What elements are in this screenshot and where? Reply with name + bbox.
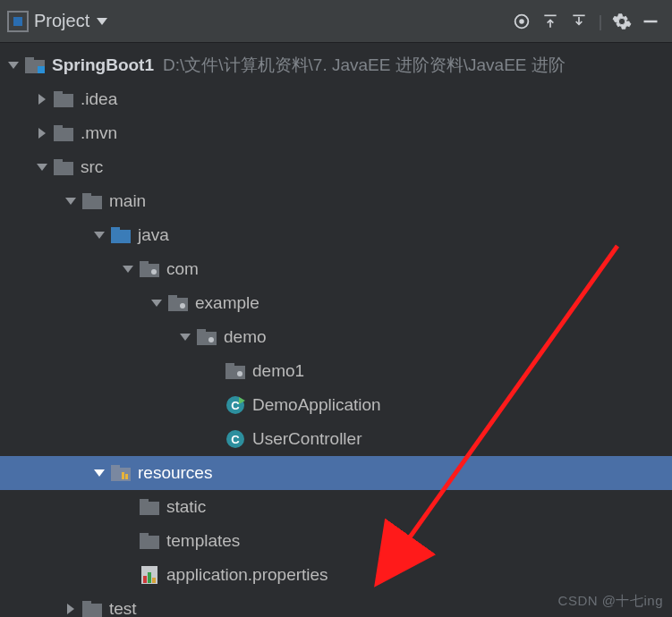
project-toolbar: Project | — [0, 0, 672, 43]
module-icon — [23, 57, 47, 73]
project-view-icon[interactable] — [7, 11, 29, 32]
item-label: java — [138, 225, 169, 245]
svg-marker-11 — [38, 94, 46, 105]
project-path: D:\文件\计算机资料\7. JavaEE 进阶资料\JavaEE 进阶 — [163, 54, 566, 77]
svg-text:C: C — [231, 399, 240, 412]
tree-item-java[interactable]: java — [0, 218, 672, 252]
svg-marker-14 — [38, 128, 46, 139]
svg-marker-59 — [67, 604, 74, 614]
item-label: main — [109, 191, 146, 211]
class-runnable-icon: C — [224, 395, 247, 415]
tree-item-templates[interactable]: templates — [0, 524, 672, 558]
resource-folder-icon — [109, 465, 132, 481]
svg-rect-9 — [25, 57, 34, 62]
svg-rect-58 — [152, 578, 156, 583]
svg-rect-39 — [225, 363, 234, 368]
select-opened-file-icon[interactable] — [507, 7, 536, 36]
svg-rect-38 — [225, 366, 245, 379]
folder-icon — [52, 159, 75, 175]
tree-item-application-properties[interactable]: application.properties — [0, 558, 672, 592]
svg-rect-61 — [82, 601, 91, 605]
chevron-down-icon[interactable] — [63, 195, 79, 207]
tree-item-idea[interactable]: .idea — [0, 82, 672, 116]
project-name: SpringBoot1 — [52, 55, 154, 75]
project-tree[interactable]: SpringBoot1 D:\文件\计算机资料\7. JavaEE 进阶资料\J… — [0, 43, 672, 617]
item-label: resources — [138, 463, 212, 483]
item-label: templates — [166, 531, 240, 551]
tree-item-resources[interactable]: resources — [0, 456, 672, 490]
svg-point-33 — [180, 303, 185, 308]
svg-rect-22 — [82, 193, 91, 198]
chevron-down-icon[interactable] — [91, 467, 107, 479]
svg-rect-53 — [140, 536, 159, 549]
chevron-down-icon[interactable] — [5, 59, 21, 72]
svg-marker-30 — [151, 300, 162, 307]
hide-icon[interactable] — [636, 7, 665, 36]
toolbar-title: Project — [34, 11, 89, 31]
package-icon — [138, 261, 161, 277]
project-dropdown[interactable]: Project — [34, 11, 107, 31]
tree-item-demo[interactable]: demo — [0, 320, 672, 354]
source-folder-icon — [109, 227, 132, 243]
watermark: CSDN @十七ing — [558, 593, 663, 610]
chevron-right-icon[interactable] — [34, 127, 50, 139]
chevron-down-icon — [97, 18, 107, 25]
chevron-down-icon[interactable] — [91, 229, 107, 241]
folder-icon — [52, 91, 75, 107]
tree-item-mvn[interactable]: .mvn — [0, 116, 672, 150]
svg-rect-50 — [125, 474, 128, 479]
svg-rect-18 — [54, 162, 73, 175]
svg-rect-10 — [38, 66, 45, 73]
svg-marker-26 — [123, 266, 133, 273]
folder-icon — [138, 533, 161, 549]
project-root[interactable]: SpringBoot1 D:\文件\计算机资料\7. JavaEE 进阶资料\J… — [0, 48, 672, 82]
tree-item-static[interactable]: static — [0, 490, 672, 524]
package-icon — [224, 363, 247, 379]
svg-rect-27 — [140, 264, 159, 277]
tree-item-com[interactable]: com — [0, 252, 672, 286]
collapse-all-icon[interactable] — [565, 7, 593, 36]
chevron-down-icon[interactable] — [34, 161, 50, 173]
settings-icon[interactable] — [608, 7, 636, 36]
svg-rect-54 — [140, 533, 149, 537]
svg-rect-35 — [197, 332, 217, 345]
svg-rect-56 — [143, 576, 147, 583]
item-label: DemoApplication — [252, 395, 381, 415]
folder-icon — [138, 499, 161, 515]
tree-item-main[interactable]: main — [0, 184, 672, 218]
expand-all-icon[interactable] — [536, 7, 565, 36]
svg-point-40 — [237, 371, 242, 376]
svg-marker-23 — [94, 232, 105, 239]
svg-rect-52 — [140, 499, 149, 503]
tree-item-demo1[interactable]: demo1 — [0, 354, 672, 388]
svg-rect-60 — [82, 604, 102, 617]
svg-marker-34 — [180, 334, 191, 341]
svg-marker-20 — [65, 198, 76, 205]
item-label: example — [195, 293, 259, 313]
settings-separator: | — [593, 7, 608, 36]
svg-rect-25 — [111, 227, 120, 232]
item-label: application.properties — [166, 565, 328, 585]
chevron-down-icon[interactable] — [149, 297, 165, 309]
chevron-right-icon[interactable] — [63, 603, 79, 615]
tree-item-user-controller[interactable]: C UserController — [0, 422, 672, 456]
class-icon: C — [224, 429, 247, 449]
tree-item-src[interactable]: src — [0, 150, 672, 184]
tree-item-demo-application[interactable]: C DemoApplication — [0, 388, 672, 422]
item-label: com — [166, 259, 199, 279]
folder-icon — [81, 193, 104, 209]
item-label: test — [109, 599, 137, 617]
tree-item-example[interactable]: example — [0, 286, 672, 320]
chevron-down-icon[interactable] — [177, 331, 193, 343]
item-label: demo — [224, 327, 267, 347]
svg-rect-31 — [168, 298, 188, 311]
svg-rect-24 — [111, 230, 131, 243]
svg-rect-28 — [140, 261, 149, 266]
svg-rect-36 — [197, 329, 206, 334]
svg-rect-16 — [54, 125, 63, 130]
chevron-down-icon[interactable] — [120, 263, 136, 275]
item-label: UserController — [252, 429, 362, 449]
svg-text:C: C — [231, 433, 240, 446]
chevron-right-icon[interactable] — [34, 93, 50, 106]
svg-point-37 — [208, 337, 214, 342]
